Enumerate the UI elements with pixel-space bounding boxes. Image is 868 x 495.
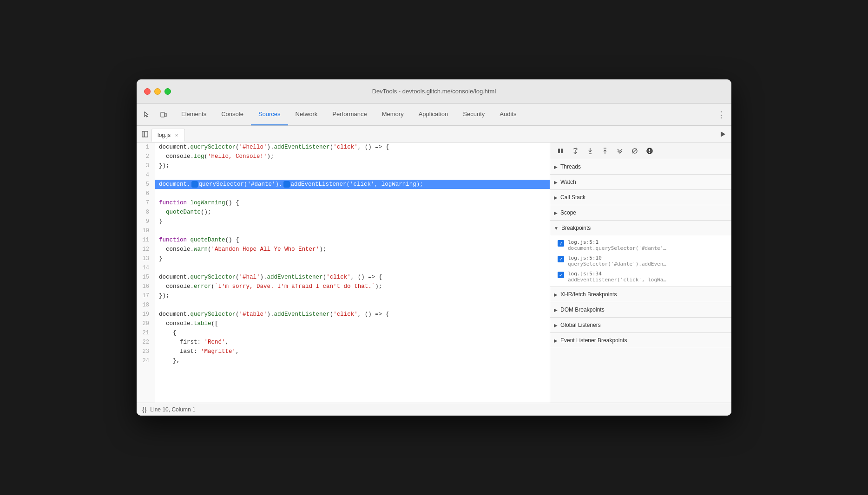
breakpoint-info-1: log.js:5:1 document.querySelector('#dant…	[568, 239, 666, 251]
breakpoint-item-2: ✓ log.js:5:10 querySelector('#dante').ad…	[550, 253, 731, 269]
content-area: 1 2 3 4 5 6 7 8 9 10 11 12 13 14	[137, 143, 731, 403]
tab-performance[interactable]: Performance	[325, 104, 374, 125]
maximize-button[interactable]	[164, 88, 171, 95]
event-section: Event Listener Breakpoints	[550, 333, 731, 348]
svg-rect-5	[558, 149, 560, 153]
dom-triangle	[554, 307, 558, 313]
right-panel: Threads Watch Call Stack	[550, 143, 731, 403]
code-line-10	[159, 226, 550, 235]
tab-elements[interactable]: Elements	[174, 104, 214, 125]
breakpoint-checkbox-2[interactable]: ✓	[558, 256, 564, 262]
threads-header[interactable]: Threads	[550, 159, 731, 174]
pause-on-exceptions-icon[interactable]	[643, 144, 656, 157]
breakpoint-location-2: log.js:5:10	[568, 255, 666, 261]
more-tabs-icon[interactable]: ⋮	[715, 108, 728, 121]
devtools-tabbar: Elements Console Sources Network Perform…	[137, 104, 731, 126]
breakpoints-header[interactable]: Breakpoints	[550, 221, 731, 235]
tab-security[interactable]: Security	[455, 104, 492, 125]
debug-toolbar	[550, 143, 731, 159]
line-numbers: 1 2 3 4 5 6 7 8 9 10 11 12 13 14	[137, 143, 155, 403]
code-line-18	[159, 300, 550, 310]
global-label: Global Listeners	[560, 322, 601, 328]
callstack-triangle	[554, 195, 558, 200]
threads-section: Threads	[550, 159, 731, 175]
svg-rect-0	[161, 112, 164, 117]
code-line-4	[159, 170, 550, 180]
event-label: Event Listener Breakpoints	[560, 337, 627, 344]
watch-header[interactable]: Watch	[550, 175, 731, 189]
minimize-button[interactable]	[154, 88, 161, 95]
xhr-triangle	[554, 292, 558, 297]
code-line-14	[159, 263, 550, 273]
file-tab-name: log.js	[158, 132, 171, 138]
dom-header[interactable]: DOM Breakpoints	[550, 302, 731, 317]
device-icon[interactable]	[157, 108, 170, 121]
code-content[interactable]: document.querySelector('#hello').addEven…	[155, 143, 550, 403]
svg-rect-16	[649, 152, 650, 153]
global-header[interactable]: Global Listeners	[550, 318, 731, 332]
inspect-icon[interactable]	[140, 108, 153, 121]
tab-sources[interactable]: Sources	[251, 104, 288, 125]
cursor-position: Line 10, Column 1	[150, 406, 195, 413]
breakpoint-location-1: log.js:5:1	[568, 239, 666, 245]
code-line-5: document.querySelector('#dante').addEven…	[155, 180, 550, 189]
step-into-button[interactable]	[584, 144, 597, 157]
scope-header[interactable]: Scope	[550, 205, 731, 220]
tab-application[interactable]: Application	[411, 104, 456, 125]
svg-rect-6	[561, 149, 563, 153]
xhr-section: XHR/fetch Breakpoints	[550, 287, 731, 302]
event-header[interactable]: Event Listener Breakpoints	[550, 333, 731, 348]
devtools-window: DevTools - devtools.glitch.me/console/lo…	[137, 79, 731, 416]
close-button[interactable]	[144, 88, 151, 95]
code-line-6	[159, 189, 550, 198]
code-line-7: function logWarning() {	[159, 198, 550, 208]
code-line-21: {	[159, 328, 550, 338]
step-button[interactable]	[613, 144, 626, 157]
code-editor[interactable]: 1 2 3 4 5 6 7 8 9 10 11 12 13 14	[137, 143, 550, 403]
event-triangle	[554, 338, 558, 343]
code-line-2: console.log('Hello, Console!');	[159, 152, 550, 161]
code-line-23: last: 'Magritte',	[159, 347, 550, 356]
format-icon[interactable]: {}	[142, 406, 146, 413]
step-out-button[interactable]	[598, 144, 612, 157]
callstack-section: Call Stack	[550, 190, 731, 205]
tab-network[interactable]: Network	[288, 104, 325, 125]
breakpoint-checkbox-3[interactable]: ✓	[558, 272, 564, 278]
step-over-button[interactable]	[569, 144, 582, 157]
dom-section: DOM Breakpoints	[550, 302, 731, 318]
sources-panel-icon[interactable]	[138, 128, 151, 141]
callstack-header[interactable]: Call Stack	[550, 190, 731, 205]
pause-button[interactable]	[554, 144, 567, 157]
code-line-20: console.table([	[159, 319, 550, 328]
scope-triangle	[554, 210, 558, 215]
breakpoint-preview-1: document.querySelector('#dante'…	[568, 245, 666, 251]
watch-section: Watch	[550, 175, 731, 190]
breakpoint-info-2: log.js:5:10 querySelector('#dante').addE…	[568, 255, 666, 267]
breakpoints-section: Breakpoints ✓ log.js:5:1 document.queryS…	[550, 221, 731, 287]
global-triangle	[554, 323, 558, 328]
file-tab-logjs[interactable]: log.js ×	[151, 129, 185, 142]
watch-triangle	[554, 180, 558, 185]
dom-label: DOM Breakpoints	[560, 306, 605, 313]
svg-rect-1	[165, 113, 166, 117]
svg-rect-3	[145, 131, 148, 137]
code-line-3: });	[159, 161, 550, 170]
watch-label: Watch	[560, 179, 576, 185]
xhr-header[interactable]: XHR/fetch Breakpoints	[550, 287, 731, 302]
xhr-label: XHR/fetch Breakpoints	[560, 291, 617, 298]
file-tab-close[interactable]: ×	[173, 132, 180, 138]
code-line-19: document.querySelector('#table').addEven…	[159, 310, 550, 319]
tab-audits[interactable]: Audits	[492, 104, 524, 125]
svg-rect-15	[649, 149, 650, 151]
tab-memory[interactable]: Memory	[375, 104, 411, 125]
breakpoint-checkbox-1[interactable]: ✓	[558, 240, 564, 247]
titlebar: DevTools - devtools.glitch.me/console/lo…	[137, 79, 731, 104]
code-line-1: document.querySelector('#hello').addEven…	[159, 143, 550, 152]
tab-console[interactable]: Console	[214, 104, 251, 125]
deactivate-breakpoints-icon[interactable]	[628, 144, 641, 157]
threads-triangle	[554, 164, 558, 169]
run-snippet-icon[interactable]	[717, 128, 730, 141]
breakpoints-list: ✓ log.js:5:1 document.querySelector('#da…	[550, 235, 731, 287]
code-line-12: console.warn('Abandon Hope All Ye Who En…	[159, 245, 550, 254]
code-line-22: first: 'René',	[159, 338, 550, 347]
